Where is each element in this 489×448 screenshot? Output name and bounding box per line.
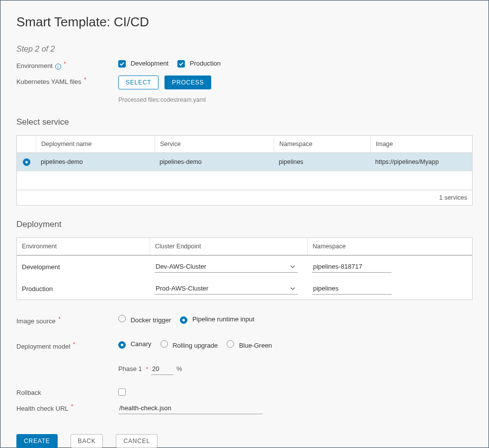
phase1-input[interactable]: [151, 363, 173, 375]
service-table: Deployment name Service Namespace Image …: [16, 135, 473, 206]
k8s-files-field: SELECT PROCESS Processed files:codestrea…: [118, 75, 473, 103]
endpoint-select-dev[interactable]: [155, 261, 298, 273]
radio-rolling[interactable]: Rolling upgrade: [161, 340, 218, 349]
radio-runtime-icon: [180, 316, 187, 324]
rollback-row: Rollback: [16, 388, 473, 396]
deployment-row-dev: Development: [17, 256, 472, 278]
service-row-image: https://pipelines/Myapp: [370, 153, 472, 170]
image-source-label: Image source *: [16, 315, 118, 325]
service-row-namespace: pipelines: [274, 153, 370, 170]
info-icon[interactable]: i: [55, 64, 61, 70]
k8s-files-row: Kubernetes YAML files * SELECT PROCESS P…: [16, 75, 473, 103]
image-source-label-text: Image source: [16, 318, 56, 325]
service-table-footer: 1 services: [17, 190, 472, 205]
required-asterisk: *: [71, 403, 73, 409]
required-asterisk: *: [84, 76, 86, 82]
footer-buttons: CREATE BACK CANCEL: [16, 434, 473, 448]
service-table-header: Deployment name Service Namespace Image: [17, 136, 472, 153]
service-row-radio-cell: [17, 153, 36, 171]
service-table-spacer: [17, 171, 472, 190]
phase1-label: Phase 1: [118, 365, 142, 373]
processed-files-note: Processed files:codestream.yaml: [118, 96, 473, 103]
radio-canary-label: Canary: [131, 340, 152, 348]
required-asterisk: *: [64, 61, 66, 67]
process-button[interactable]: PROCESS: [164, 75, 211, 89]
select-service-title: Select service: [16, 117, 473, 127]
environment-field: Development Production: [118, 60, 473, 68]
required-asterisk: *: [58, 316, 60, 322]
checkbox-development-box: [118, 60, 126, 68]
health-check-field: [118, 402, 473, 414]
service-th-namespace: Namespace: [274, 136, 370, 152]
radio-canary[interactable]: Canary: [118, 340, 152, 349]
required-asterisk: *: [73, 341, 75, 347]
required-asterisk: *: [146, 366, 148, 372]
deployment-th-namespace: Namespace: [307, 238, 472, 255]
namespace-input-prod[interactable]: [312, 283, 392, 295]
service-th-service: Service: [155, 136, 274, 152]
step-indicator: Step 2 of 2: [16, 45, 473, 54]
radio-bluegreen-icon: [227, 340, 234, 348]
rollback-label: Rollback: [16, 388, 118, 396]
deployment-row-prod-ns-cell: [307, 281, 472, 297]
deployment-model-field: Canary Rolling upgrade Blue-Green Phase …: [118, 340, 473, 375]
deployment-model-label-text: Deployment model: [16, 343, 70, 350]
service-th-deployment: Deployment name: [36, 136, 155, 152]
create-button[interactable]: CREATE: [16, 434, 58, 448]
service-row-deployment: pipelines-demo: [36, 153, 155, 170]
health-check-input[interactable]: [118, 402, 262, 414]
percent-label: %: [176, 365, 182, 373]
rollback-field: [118, 388, 473, 396]
endpoint-input-dev[interactable]: [155, 261, 298, 273]
image-source-field: Docker trigger Pipeline runtime input: [118, 315, 473, 324]
radio-canary-icon: [118, 341, 126, 349]
deployment-th-endpoint: Cluster Endpoint: [150, 238, 307, 255]
service-table-row[interactable]: pipelines-demo pipelines-demo pipelines …: [17, 153, 472, 171]
checkbox-development-label: Development: [131, 60, 169, 67]
health-check-label: Health check URL *: [16, 402, 118, 412]
environment-label-text: Environment: [16, 62, 53, 70]
k8s-files-label: Kubernetes YAML files *: [16, 75, 118, 85]
radio-docker-label: Docker trigger: [131, 316, 171, 324]
environment-row: Environment i * Development Production: [16, 60, 473, 70]
deployment-model-row: Deployment model * Canary Rolling upgrad…: [16, 340, 473, 375]
radio-rolling-label: Rolling upgrade: [172, 342, 218, 349]
radio-bluegreen[interactable]: Blue-Green: [227, 340, 272, 349]
health-check-label-text: Health check URL: [16, 405, 68, 412]
deployment-th-environment: Environment: [17, 238, 150, 255]
image-source-row: Image source * Docker trigger Pipeline r…: [16, 315, 473, 325]
deployment-table-header: Environment Cluster Endpoint Namespace: [17, 238, 472, 256]
deployment-model-label: Deployment model *: [16, 340, 118, 350]
endpoint-input-prod[interactable]: [155, 283, 298, 295]
deployment-row-prod: Production: [17, 278, 472, 299]
back-button[interactable]: BACK: [71, 434, 103, 448]
deployment-title: Deployment: [16, 220, 473, 229]
deployment-row-prod-endpoint-cell: [150, 281, 307, 297]
phase1-row: Phase 1 * %: [118, 363, 473, 375]
radio-rolling-icon: [161, 340, 168, 348]
radio-bluegreen-label: Blue-Green: [239, 342, 272, 349]
page-title: Smart Template: CI/CD: [16, 14, 473, 30]
radio-selected-icon[interactable]: [23, 158, 30, 166]
checkbox-production-label: Production: [190, 60, 221, 67]
smart-template-page: Smart Template: CI/CD Step 2 of 2 Enviro…: [0, 0, 489, 448]
environment-label: Environment i *: [16, 60, 118, 70]
deployment-row-dev-env: Development: [17, 261, 150, 273]
health-check-row: Health check URL *: [16, 402, 473, 414]
cancel-button[interactable]: CANCEL: [116, 434, 157, 448]
endpoint-select-prod[interactable]: [155, 283, 298, 295]
deployment-row-prod-env: Production: [17, 283, 150, 295]
select-button[interactable]: SELECT: [118, 75, 159, 89]
service-th-select: [17, 139, 36, 149]
deployment-table: Environment Cluster Endpoint Namespace D…: [16, 237, 473, 300]
rollback-checkbox[interactable]: [118, 388, 126, 396]
radio-docker-icon: [118, 315, 126, 322]
radio-runtime-label: Pipeline runtime input: [192, 315, 254, 323]
checkbox-production[interactable]: Production: [177, 60, 221, 68]
checkbox-development[interactable]: Development: [118, 60, 168, 68]
service-th-image: Image: [370, 136, 472, 152]
radio-docker-trigger[interactable]: Docker trigger: [118, 315, 171, 324]
radio-pipeline-runtime[interactable]: Pipeline runtime input: [180, 315, 254, 324]
namespace-input-dev[interactable]: [312, 261, 392, 273]
checkbox-production-box: [177, 60, 185, 68]
